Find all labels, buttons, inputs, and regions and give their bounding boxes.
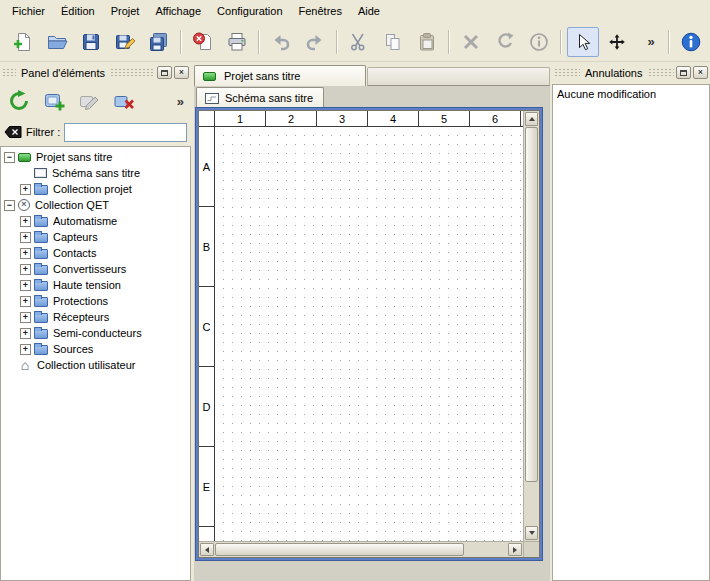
toolbar-overflow-button[interactable]: » — [635, 27, 667, 57]
scroll-down-button[interactable] — [525, 526, 538, 540]
cut-button[interactable] — [343, 27, 375, 57]
float-panel-button[interactable] — [157, 66, 172, 79]
tree-item[interactable]: +Sources — [1, 341, 190, 357]
close-file-button[interactable] — [187, 27, 219, 57]
elements-panel: Panel d'éléments × » Filtrer : −P — [0, 64, 191, 581]
menu-fichier[interactable]: Fichier — [4, 2, 53, 20]
menu-fenetres[interactable]: Fenêtres — [291, 2, 350, 20]
open-folder-icon — [46, 31, 68, 53]
tree-item-label: Protections — [53, 295, 108, 307]
panel-toolbar-overflow[interactable]: » — [174, 94, 187, 109]
save-all-button[interactable] — [143, 27, 175, 57]
main-toolbar: » — [0, 22, 710, 62]
tree-item[interactable]: +Automatisme — [1, 213, 190, 229]
expand-icon[interactable]: + — [20, 312, 31, 323]
tree-item-label: Collection projet — [53, 183, 132, 195]
redo-button[interactable] — [299, 27, 331, 57]
print-button[interactable] — [221, 27, 253, 57]
filter-label: Filtrer : — [26, 126, 60, 138]
scroll-left-button[interactable] — [200, 543, 214, 556]
folder-icon — [34, 313, 48, 323]
close-panel-button[interactable]: × — [174, 66, 189, 79]
cursor-arrow-icon — [572, 31, 594, 53]
expand-icon[interactable]: + — [20, 280, 31, 291]
expand-icon[interactable]: + — [20, 264, 31, 275]
horizontal-scrollbar[interactable] — [199, 541, 523, 557]
tree-item[interactable]: +Collection projet — [1, 181, 190, 197]
tree-item[interactable]: +Protections — [1, 293, 190, 309]
new-document-icon — [12, 31, 34, 53]
elements-panel-titlebar[interactable]: Panel d'éléments × — [0, 64, 191, 81]
save-all-icon — [148, 31, 170, 53]
rotate-button[interactable] — [489, 27, 521, 57]
application-window: Fichier Édition Projet Affichage Configu… — [0, 0, 710, 581]
new-project-button[interactable] — [7, 27, 39, 57]
about-button[interactable] — [675, 27, 707, 57]
new-element-button[interactable] — [39, 87, 69, 115]
vertical-scroll-thumb[interactable] — [525, 127, 538, 482]
element-tree[interactable]: −Projet sans titreSchéma sans titre+Coll… — [0, 146, 191, 581]
reload-collections-button[interactable] — [4, 87, 34, 115]
tree-item-label: Automatisme — [53, 215, 117, 227]
toolbar-separator — [180, 30, 182, 54]
tree-item-label: Collection utilisateur — [37, 359, 135, 371]
folder-icon — [34, 249, 48, 259]
selection-mode-button[interactable] — [567, 27, 599, 57]
tree-item[interactable]: +Convertisseurs — [1, 261, 190, 277]
undo-panel-titlebar[interactable]: Annulations × — [552, 64, 710, 81]
save-as-button[interactable] — [109, 27, 141, 57]
tabbar-empty-area — [367, 67, 550, 86]
folder-icon — [34, 297, 48, 307]
delete-element-icon — [112, 89, 136, 113]
element-info-button[interactable] — [523, 27, 555, 57]
info-blue-icon — [680, 31, 702, 53]
menu-edition[interactable]: Édition — [53, 2, 103, 20]
clear-filter-icon[interactable] — [4, 125, 22, 139]
expand-icon[interactable]: + — [20, 184, 31, 195]
delete-button[interactable] — [455, 27, 487, 57]
tree-item[interactable]: −Projet sans titre — [1, 149, 190, 165]
save-button[interactable] — [75, 27, 107, 57]
expand-icon[interactable]: + — [20, 248, 31, 259]
tree-item[interactable]: Schéma sans titre — [1, 165, 190, 181]
tab-project[interactable]: Projet sans titre — [194, 65, 366, 86]
undo-panel-title: Annulations — [580, 67, 648, 79]
menu-affichage[interactable]: Affichage — [147, 2, 209, 20]
tree-item[interactable]: +Semi-conducteurs — [1, 325, 190, 341]
horizontal-scroll-thumb[interactable] — [215, 543, 464, 556]
close-panel-button[interactable]: × — [693, 66, 708, 79]
paste-button[interactable] — [411, 27, 443, 57]
delete-element-button[interactable] — [109, 87, 139, 115]
tree-item[interactable]: +Capteurs — [1, 229, 190, 245]
scroll-up-button[interactable] — [525, 112, 538, 126]
float-panel-button[interactable] — [676, 66, 691, 79]
folder-icon — [34, 345, 48, 355]
copy-button[interactable] — [377, 27, 409, 57]
edit-element-button[interactable] — [74, 87, 104, 115]
expand-icon[interactable]: + — [20, 344, 31, 355]
scroll-right-button[interactable] — [508, 543, 522, 556]
expand-icon[interactable]: + — [20, 232, 31, 243]
collapse-icon[interactable]: − — [4, 200, 15, 211]
filter-input[interactable] — [64, 123, 187, 142]
tree-item[interactable]: +Contacts — [1, 245, 190, 261]
expand-icon[interactable]: + — [20, 296, 31, 307]
tree-item[interactable]: +Récepteurs — [1, 309, 190, 325]
tree-item[interactable]: +Haute tension — [1, 277, 190, 293]
collapse-icon[interactable]: − — [4, 152, 15, 163]
open-project-button[interactable] — [41, 27, 73, 57]
menu-configuration[interactable]: Configuration — [209, 2, 290, 20]
tree-item[interactable]: −Collection QET — [1, 197, 190, 213]
tree-item[interactable]: Collection utilisateur — [1, 357, 190, 373]
vertical-scrollbar[interactable] — [523, 111, 539, 541]
tab-schema[interactable]: Schéma sans titre — [196, 87, 324, 108]
undo-button[interactable] — [265, 27, 297, 57]
undo-history-entry[interactable]: Aucune modification — [553, 85, 709, 103]
menu-projet[interactable]: Projet — [103, 2, 148, 20]
expand-icon[interactable]: + — [20, 216, 31, 227]
expand-icon[interactable]: + — [20, 328, 31, 339]
schema-canvas[interactable] — [215, 127, 523, 541]
menu-aide[interactable]: Aide — [350, 2, 388, 20]
scissors-icon — [348, 31, 370, 53]
pan-mode-button[interactable] — [601, 27, 633, 57]
